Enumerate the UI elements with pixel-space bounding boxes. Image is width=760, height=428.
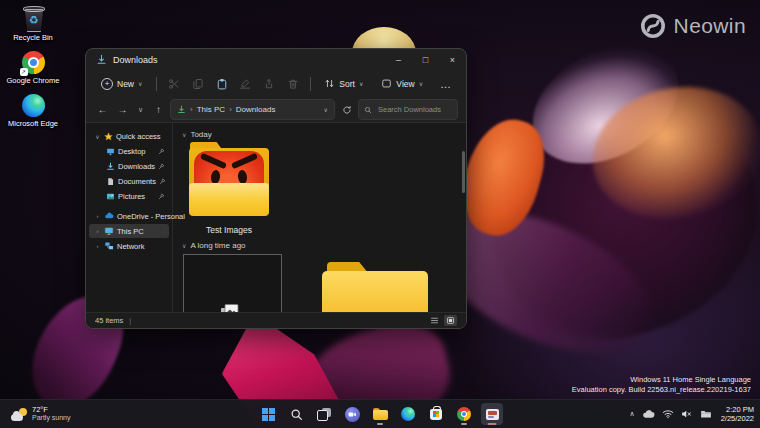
chevron-right-icon: › [94,228,101,234]
delete-button[interactable] [284,74,302,94]
item-count: 45 items [95,316,123,325]
chevron-right-icon: › [94,213,101,219]
sidebar-section-gap [86,204,172,208]
paste-button[interactable] [213,74,231,94]
weather-temperature: 72°F [32,405,71,414]
hidden-icons-chevron[interactable]: ∧ [630,410,635,418]
file-explorer-window: Downloads – □ × + New ∨ [85,48,467,329]
explorer-body: ∨ Quick access Desktop [86,122,466,312]
chat-button[interactable] [341,403,363,425]
chevron-down-icon: ∨ [138,80,142,87]
volume-icon[interactable] [681,409,693,419]
sidebar-item-pictures[interactable]: Pictures [89,189,169,203]
group-header-long-ago[interactable]: ∨ A long time ago [182,239,456,251]
angry-emoji-folder-icon [185,142,273,220]
new-button[interactable]: + New ∨ [95,75,148,93]
file-explorer-icon [373,408,388,420]
chrome-button[interactable] [453,403,475,425]
start-button[interactable] [257,403,279,425]
store-button[interactable] [425,403,447,425]
desktop-icon-recycle-bin[interactable]: ♻ Recycle Bin [6,6,60,42]
file-item-folder[interactable] [322,262,428,312]
search-box[interactable] [358,99,458,120]
cut-button[interactable] [165,74,183,94]
up-button[interactable]: ↑ [150,101,167,118]
address-bar[interactable]: › This PC › Downloads ∨ [170,99,335,120]
desktop-icon-label: Recycle Bin [13,33,53,42]
sidebar-item-this-pc[interactable]: › This PC [89,224,169,238]
window-title: Downloads [113,55,158,65]
task-view-icon [317,408,331,421]
sidebar-item-documents[interactable]: Documents [89,174,169,188]
taskbar: 72°F Partly sunny [0,399,760,428]
close-button[interactable]: × [439,49,466,70]
edge-button[interactable] [397,403,419,425]
toolbar-divider [310,77,311,91]
sidebar-item-desktop[interactable]: Desktop [89,144,169,158]
weather-widget[interactable]: 72°F Partly sunny [4,402,78,426]
task-view-button[interactable] [313,403,335,425]
active-app-icon [486,409,499,420]
rename-button[interactable] [236,74,254,94]
copy-button[interactable] [189,74,207,94]
chevron-down-icon: ∨ [182,242,186,249]
breadcrumb-downloads[interactable]: Downloads [236,105,276,114]
desktop-icon-label: Google Chrome [7,76,60,85]
forward-button[interactable]: → [114,101,131,118]
toolbar-divider [156,77,157,91]
view-button[interactable]: View ∨ [375,75,429,92]
search-icon [364,106,372,114]
share-button[interactable] [260,74,278,94]
file-item-image[interactable] [183,254,282,312]
titlebar[interactable]: Downloads – □ × [86,49,466,70]
documents-icon [106,177,115,186]
quick-access-star-icon [104,132,113,141]
file-explorer-button[interactable] [369,403,391,425]
minimize-button[interactable]: – [385,49,412,70]
running-indicator [377,423,383,425]
onedrive-tray-icon[interactable] [642,409,655,419]
file-item-test-images[interactable]: Test Images [182,142,276,235]
thumbnail-view-button[interactable] [444,315,457,326]
active-running-indicator [488,423,497,425]
taskbar-clock[interactable]: 2:20 PM 2/25/2022 [719,405,754,424]
view-icon [381,78,392,89]
search-input[interactable] [376,104,452,115]
back-button[interactable]: ← [94,101,111,118]
network-icon [104,241,114,251]
desktop-icon-google-chrome[interactable]: ↗ Google Chrome [6,51,60,85]
search-button[interactable] [285,403,307,425]
pictures-icon [106,192,115,201]
sidebar-item-downloads[interactable]: Downloads [89,159,169,173]
scrollbar-thumb[interactable] [462,151,465,193]
folder-tray-icon[interactable] [700,409,712,419]
window-controls: – □ × [385,49,466,70]
refresh-button[interactable] [338,101,355,118]
sidebar-item-onedrive[interactable]: › OneDrive - Personal [89,209,169,223]
breadcrumb-separator: › [229,105,232,114]
teams-chat-icon [345,407,360,422]
sort-icon [324,78,335,89]
recent-locations-button[interactable]: ∨ [134,101,147,118]
group-header-today[interactable]: ∨ Today [182,128,456,140]
weather-condition: Partly sunny [32,414,71,422]
breadcrumb-this-pc[interactable]: This PC [197,105,225,114]
clock-date: 2/25/2022 [721,414,754,423]
file-row-long-ago [183,254,456,312]
breadcrumb-separator: › [190,105,193,114]
details-view-button[interactable] [428,315,441,326]
desktop-icon-microsoft-edge[interactable]: Microsoft Edge [6,94,60,128]
address-dropdown-chevron[interactable]: ∨ [324,106,328,113]
scrollbar[interactable] [462,127,465,308]
sort-button[interactable]: Sort ∨ [318,75,369,92]
chevron-down-icon: ∨ [94,133,101,140]
maximize-button[interactable]: □ [412,49,439,70]
navigation-pane: ∨ Quick access Desktop [86,123,173,312]
sidebar-item-network[interactable]: › Network [89,239,169,253]
sidebar-item-quick-access[interactable]: ∨ Quick access [89,129,169,143]
more-options-button[interactable]: … [435,78,457,90]
active-app-button[interactable] [481,403,503,425]
chevron-down-icon: ∨ [182,131,186,138]
desktop-icon-column: ♻ Recycle Bin ↗ Google Chrome Microsoft … [6,6,60,128]
wifi-icon[interactable] [662,409,674,419]
